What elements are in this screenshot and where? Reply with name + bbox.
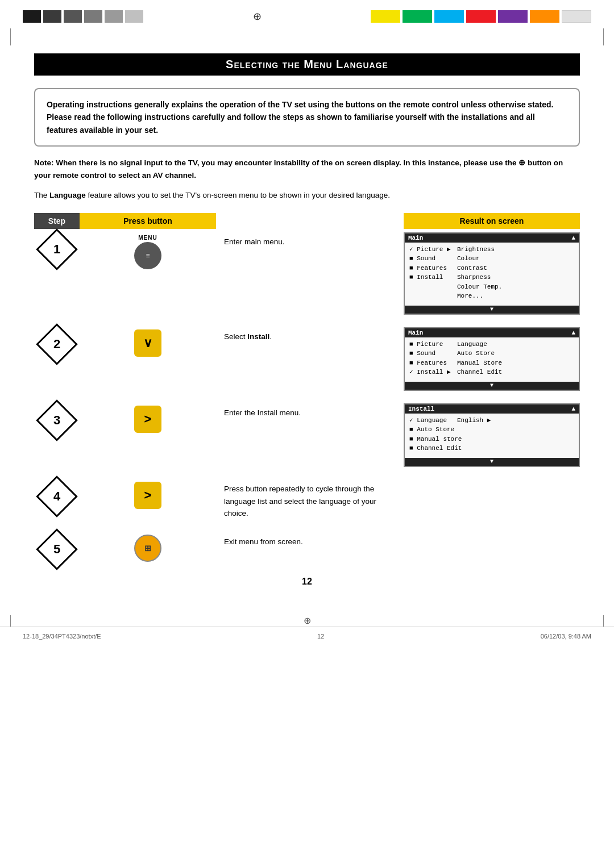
tv-screen-2: Main▲ ■ PictureLanguage ■ SoundAuto Stor… — [404, 327, 580, 391]
right-button-4[interactable]: > — [134, 482, 161, 509]
step-result-1: Main▲ ✓ Picture ▶Brightness ■ SoundColou… — [404, 232, 580, 315]
step-number-2: 2 — [34, 327, 80, 359]
footer-center: 12 — [317, 633, 324, 640]
step-row-1: 1 MENU ≡ Enter main menu. Main▲ ✓ Pictur… — [34, 232, 580, 315]
step-number-1: 1 — [34, 232, 80, 264]
step-desc-1: Enter main menu. — [216, 232, 404, 248]
step-button-col-2: ∨ — [80, 327, 216, 357]
tv-screen-3: Install▲ ✓ LanguageEnglish ▶ ■ Auto Stor… — [404, 403, 580, 467]
page-lines-bottom: ⊕ — [0, 615, 614, 627]
menu-label: MENU — [138, 235, 157, 241]
bw-swatches — [23, 10, 143, 23]
intro-box: Operating instructions generally explain… — [34, 88, 580, 147]
tv-screen-1: Main▲ ✓ Picture ▶Brightness ■ SoundColou… — [404, 232, 580, 315]
step-row-4: 4 > Press button repeatedly to cycle thr… — [34, 479, 580, 520]
step-row-5: 5 ⊞ Exit menu from screen. — [34, 532, 580, 564]
page-number: 12 — [34, 577, 580, 587]
step-result-3-4: Install▲ ✓ LanguageEnglish ▶ ■ Auto Stor… — [404, 403, 580, 467]
footer-right: 06/12/03, 9:48 AM — [541, 633, 591, 640]
step-button-col-1: MENU ≡ — [80, 232, 216, 269]
step-desc-2: Select Install. — [216, 327, 404, 343]
step-desc-5: Exit menu from screen. — [216, 532, 404, 548]
step-row-2: 2 ∨ Select Install. Main▲ ■ PictureLangu… — [34, 327, 580, 391]
menu-button[interactable]: ≡ — [134, 242, 161, 269]
step-button-col-5: ⊞ — [80, 532, 216, 562]
header-result: Result on screen — [404, 213, 580, 229]
step-row-3: 3 > Enter the Install menu. Install▲ ✓ L… — [34, 403, 580, 467]
step-button-col-4: > — [80, 479, 216, 509]
step-result-2: Main▲ ■ PictureLanguage ■ SoundAuto Stor… — [404, 327, 580, 391]
right-button-3[interactable]: > — [134, 406, 161, 433]
page-footer: 12-18_29/34PT4323/notxt/E 12 06/12/03, 9… — [0, 627, 614, 645]
page-title: Selecting the Menu Language — [34, 53, 580, 76]
exit-button[interactable]: ⊞ — [134, 535, 161, 562]
header-step: Step — [34, 213, 80, 229]
step-number-3: 3 — [34, 403, 80, 435]
header-press-button: Press button — [80, 213, 216, 229]
footer-left: 12-18_29/34PT4323/notxt/E — [23, 633, 101, 640]
crosshair-top: ⊕ — [253, 10, 262, 23]
intro-text: Operating instructions generally explain… — [47, 100, 553, 135]
step-number-5: 5 — [34, 532, 80, 564]
main-content: Selecting the Menu Language Operating in… — [0, 48, 614, 615]
note-paragraph: Note: When there is no signal input to t… — [34, 157, 580, 181]
steps-header: Step Press button Result on screen — [34, 213, 580, 229]
step-desc-4: Press button repeatedly to cycle through… — [216, 479, 404, 520]
language-paragraph: The Language feature allows you to set t… — [34, 189, 580, 202]
step-number-4: 4 — [34, 479, 80, 511]
rgb-swatches — [371, 10, 591, 23]
step-desc-3: Enter the Install menu. — [216, 403, 404, 419]
page-lines-top — [0, 28, 614, 45]
top-bar: ⊕ — [0, 0, 614, 28]
down-button[interactable]: ∨ — [134, 329, 161, 357]
step-button-col-3: > — [80, 403, 216, 433]
